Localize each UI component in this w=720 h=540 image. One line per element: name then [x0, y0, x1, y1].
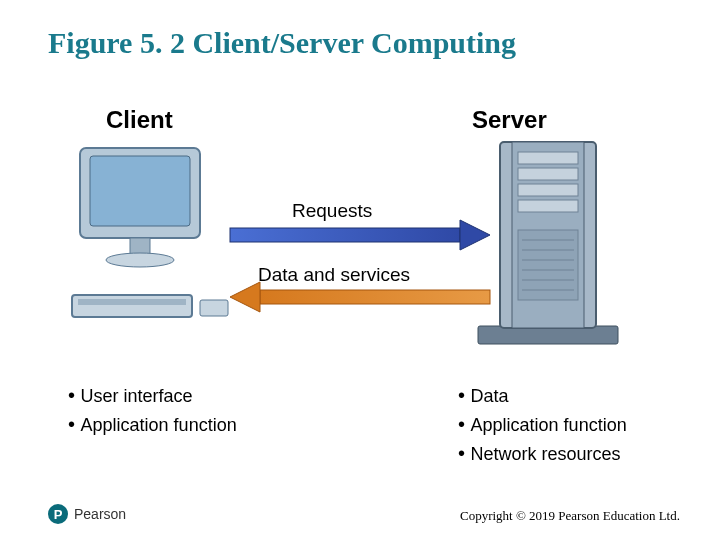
- pearson-logo: P Pearson: [48, 504, 126, 524]
- client-bullet: Application function: [68, 413, 237, 436]
- svg-rect-6: [200, 300, 228, 316]
- svg-rect-21: [230, 228, 460, 242]
- server-bullets: Data Application function Network resour…: [458, 384, 627, 471]
- svg-rect-1: [90, 156, 190, 226]
- pearson-name: Pearson: [74, 506, 126, 522]
- services-label: Data and services: [258, 264, 410, 286]
- svg-marker-22: [460, 220, 490, 250]
- svg-rect-12: [518, 184, 578, 196]
- server-bullet: Application function: [458, 413, 627, 436]
- svg-rect-11: [518, 168, 578, 180]
- svg-rect-10: [518, 152, 578, 164]
- server-bullet: Data: [458, 384, 627, 407]
- requests-label: Requests: [292, 200, 372, 222]
- services-arrow: [230, 282, 490, 312]
- svg-rect-23: [260, 290, 490, 304]
- copyright-text: Copyright © 2019 Pearson Education Ltd.: [460, 508, 680, 524]
- server-tower-icon: [478, 142, 618, 344]
- server-heading: Server: [472, 106, 547, 134]
- server-bullet: Network resources: [458, 442, 627, 465]
- svg-rect-5: [78, 299, 186, 305]
- svg-marker-24: [230, 282, 260, 312]
- svg-rect-4: [72, 295, 192, 317]
- client-heading: Client: [106, 106, 173, 134]
- client-computer-icon: [72, 148, 228, 317]
- pearson-badge-icon: P: [48, 504, 68, 524]
- client-bullet: User interface: [68, 384, 237, 407]
- requests-arrow: [230, 220, 490, 250]
- client-server-diagram: [60, 140, 660, 370]
- svg-rect-13: [518, 200, 578, 212]
- svg-point-3: [106, 253, 174, 267]
- client-bullets: User interface Application function: [68, 384, 237, 442]
- figure-title: Figure 5. 2 Client/Server Computing: [48, 26, 516, 60]
